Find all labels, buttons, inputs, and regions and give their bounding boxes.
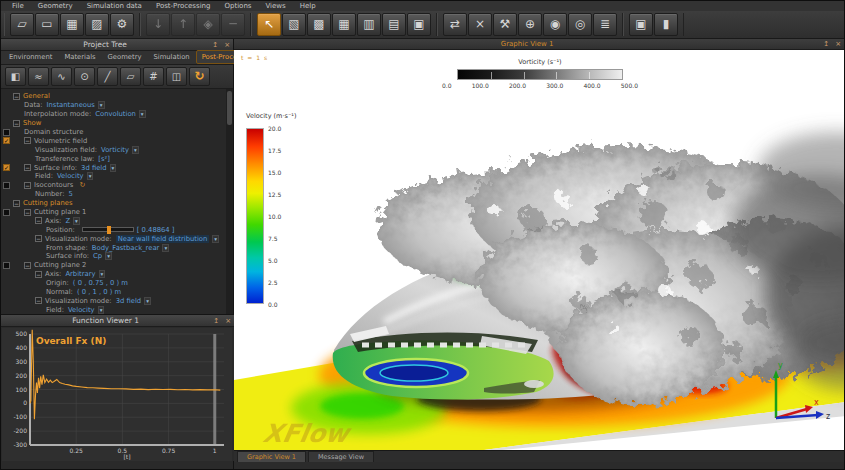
tree-value[interactable]: Arbitrary <box>65 270 95 278</box>
tree-value[interactable]: 5 <box>68 190 72 198</box>
menu-simulation-data[interactable]: Simulation data <box>80 1 149 11</box>
tree-row[interactable]: −Cutting plane 2 <box>1 261 226 270</box>
export-button[interactable]: ↑ <box>171 13 195 36</box>
expander-icon[interactable]: − <box>24 182 31 189</box>
tree-category[interactable]: −Show <box>1 119 226 128</box>
dropdown-arrow-icon[interactable]: ▾ <box>105 252 112 260</box>
point-probe-icon-button[interactable]: ⊙ <box>74 67 95 86</box>
checkbox[interactable] <box>3 262 10 269</box>
dropdown-arrow-icon[interactable]: ▾ <box>132 146 139 154</box>
menu-post-processing[interactable]: Post-Processing <box>149 1 218 11</box>
dropdown-arrow-icon[interactable]: ▾ <box>98 101 105 109</box>
animation-button[interactable]: ≣ <box>593 13 617 36</box>
tree-value[interactable]: Body_Fastback_rear <box>92 244 160 252</box>
cube-section-button[interactable]: ▥ <box>357 13 381 36</box>
tab-simulation[interactable]: Simulation <box>147 50 195 64</box>
tree-value[interactable]: ( 0 , 0.75 , 0 ) m <box>73 279 128 287</box>
menu-options[interactable]: Options <box>217 1 258 11</box>
tree-value[interactable]: Cp <box>93 252 102 260</box>
tree-row[interactable]: Domain structure <box>1 128 226 137</box>
package-button[interactable]: ◈ <box>196 13 220 36</box>
cutting-plane-icon-button[interactable]: ▱ <box>120 67 141 86</box>
tab-geometry[interactable]: Geometry <box>102 50 148 64</box>
select-cursor-button[interactable]: ↖ <box>257 13 281 36</box>
tree-row[interactable]: −Axis:Arbitrary▾ <box>1 270 226 279</box>
menu-views[interactable]: Views <box>258 1 292 11</box>
new-project-button[interactable]: ▱ <box>10 13 34 36</box>
tree-value[interactable]: ( 0 , 1 , 0 ) m <box>77 288 121 296</box>
tree-row[interactable]: Data:Instantaneous▾ <box>1 101 226 110</box>
close-icon[interactable]: × <box>221 41 233 49</box>
tab-materials[interactable]: Materials <box>58 50 101 64</box>
save-as-button[interactable]: ▨ <box>85 13 109 36</box>
tree-value[interactable]: Convolution <box>95 110 136 118</box>
refresh-icon-button[interactable]: ↻ <box>189 67 210 86</box>
pin-icon[interactable]: ↥ <box>210 317 222 325</box>
tree-category[interactable]: −Cutting planes <box>1 199 226 208</box>
dropdown-arrow-icon[interactable]: ▾ <box>162 244 169 252</box>
menu-help[interactable]: Help <box>293 1 323 11</box>
tab-environment[interactable]: Environment <box>3 50 58 64</box>
tree-row[interactable]: Origin:( 0 , 0.75 , 0 ) m <box>1 279 226 288</box>
tree-value[interactable]: Instantaneous <box>47 101 95 109</box>
refresh-icon[interactable]: ↻ <box>79 181 85 189</box>
probe-point-button[interactable]: ◉ <box>543 13 567 36</box>
checkbox[interactable]: ✓ <box>3 164 10 171</box>
expander-icon[interactable]: − <box>24 164 31 171</box>
streamlines-icon-button[interactable]: ∿ <box>51 67 72 86</box>
tree-value[interactable]: 3d field <box>116 297 141 305</box>
tree-value[interactable]: [s²] <box>98 155 110 163</box>
cube-solid-button[interactable]: ▤ <box>382 13 406 36</box>
tree-category[interactable]: −General <box>1 92 226 101</box>
tree-row[interactable]: Field:Velocity▾ <box>1 172 226 181</box>
tree-value[interactable]: Z <box>65 217 70 225</box>
expander-icon[interactable]: − <box>35 217 42 224</box>
settings-button[interactable]: ⚙ <box>110 13 134 36</box>
close-icon[interactable]: × <box>222 317 234 325</box>
view-tab-message-view[interactable]: Message View <box>308 451 374 462</box>
numeric-probe-icon-button[interactable]: # <box>143 67 164 86</box>
function-viewer-titlebar[interactable]: Function Viewer 1 ↥ × <box>1 315 234 327</box>
pin-icon[interactable]: ↥ <box>820 40 832 48</box>
cfd-scene[interactable]: XFlow y x z <box>234 50 845 450</box>
slider-knob[interactable] <box>107 226 111 234</box>
expander-icon[interactable]: − <box>35 297 42 304</box>
tree-row[interactable]: −Visualization mode:Near wall field dist… <box>1 234 226 243</box>
dropdown-arrow-icon[interactable]: ▾ <box>110 164 117 172</box>
pin-icon[interactable]: ↥ <box>209 41 221 49</box>
dropdown-arrow-icon[interactable]: ▾ <box>144 297 151 305</box>
close-icon[interactable]: × <box>832 40 844 48</box>
dropdown-arrow-icon[interactable]: ▾ <box>139 110 146 118</box>
tree-value[interactable]: 3d field <box>81 164 106 172</box>
checkbox[interactable]: ✓ <box>3 137 10 144</box>
graphic-view-button[interactable]: ▣ <box>629 13 653 36</box>
tree-value[interactable]: [ 0.48864 ] <box>137 226 175 234</box>
expander-icon[interactable]: − <box>13 200 20 207</box>
tree-row[interactable]: Transference law:[s²] <box>1 154 226 163</box>
delete-entity-button[interactable]: × <box>468 13 492 36</box>
tree-row[interactable]: From shape:Body_Fastback_rear▾ <box>1 243 226 252</box>
expander-icon[interactable]: − <box>24 209 31 216</box>
tree-scrollbar-thumb[interactable] <box>227 91 232 125</box>
camera-icon-button[interactable]: ◫ <box>166 67 187 86</box>
cube-wireframe-button[interactable]: ▦ <box>332 13 356 36</box>
dropdown-arrow-icon[interactable]: ▾ <box>73 217 80 225</box>
function-view-button[interactable]: ▮ <box>654 13 678 36</box>
probe-surface-button[interactable]: ◎ <box>568 13 592 36</box>
dropdown-arrow-icon[interactable]: ▾ <box>87 172 94 180</box>
expander-icon[interactable]: − <box>35 235 42 242</box>
tree-row[interactable]: ✓−Volumetric field <box>1 136 226 145</box>
cube-edit-button[interactable]: ▣ <box>407 13 431 36</box>
checkbox[interactable] <box>3 182 10 189</box>
checkbox[interactable] <box>3 209 10 216</box>
tree-row[interactable]: Position:[ 0.48864 ] <box>1 225 226 234</box>
cube-textured-button[interactable]: ▩ <box>307 13 331 36</box>
dropdown-arrow-icon[interactable]: ▾ <box>99 270 106 278</box>
line-probe-icon-button[interactable]: ╱ <box>97 67 118 86</box>
position-slider[interactable] <box>82 227 134 232</box>
menu-geometry[interactable]: Geometry <box>31 1 80 11</box>
tree-row[interactable]: ✓−Surface info:3d field▾ <box>1 163 226 172</box>
view-tab-graphic-view-[interactable]: Graphic View 1 <box>237 451 306 462</box>
expander-icon[interactable]: − <box>13 120 20 127</box>
move-entity-button[interactable]: ⇄ <box>443 13 467 36</box>
